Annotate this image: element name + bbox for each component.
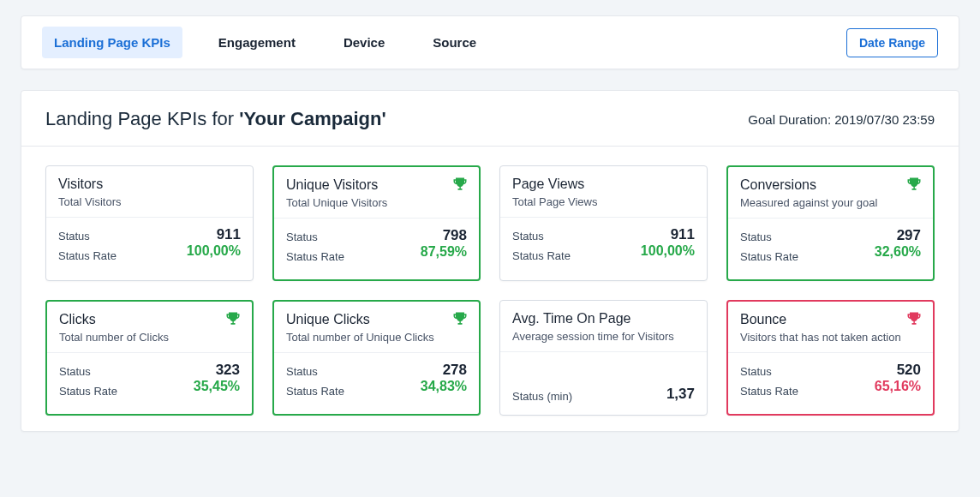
card-bottom: Status (min) 1,37 [500, 352, 707, 415]
value-status-rate: 34,83% [421, 379, 467, 394]
kpi-card-clicks: Clicks Total number of Clicks Status Sta… [45, 300, 254, 416]
panel-header: Landing Page KPIs for 'Your Campaign' Go… [21, 91, 959, 147]
goal-duration-value: 2019/07/30 23:59 [834, 112, 935, 127]
label-status-rate: Status Rate [286, 247, 344, 266]
label-status: Status [740, 227, 798, 247]
value-status: 278 [421, 362, 467, 379]
value-status-rate: 87,59% [421, 244, 467, 260]
card-values: 520 65,16% [875, 362, 921, 402]
label-status-rate: Status Rate [58, 246, 117, 266]
kpi-card-avg-time: Avg. Time On Page Average session time f… [499, 300, 708, 416]
card-subtitle: Measured against your goal [740, 196, 921, 209]
label-status-rate: Status Rate [512, 246, 571, 266]
card-title: Avg. Time On Page [512, 311, 695, 326]
card-top: Bounce Visitors that has not taken actio… [728, 302, 933, 353]
trophy-icon [451, 310, 469, 331]
card-bottom: Status Status Rate 323 35,45% [47, 353, 252, 414]
tab-engagement[interactable]: Engagement [206, 27, 308, 58]
kpi-card-bounce: Bounce Visitors that has not taken actio… [726, 300, 935, 416]
card-subtitle: Total Unique Visitors [286, 196, 467, 209]
card-title: Page Views [512, 177, 695, 192]
value-status: 911 [187, 226, 241, 243]
card-title: Clicks [59, 312, 240, 327]
value-status: 798 [421, 227, 467, 244]
label-status: Status [286, 227, 344, 247]
card-values: 911 100,00% [187, 226, 241, 266]
card-bottom: Status Status Rate 520 65,16% [728, 353, 933, 414]
date-range-button[interactable]: Date Range [846, 28, 938, 57]
card-top: Unique Clicks Total number of Unique Cli… [274, 302, 479, 353]
goal-duration-label: Goal Duration: [748, 112, 834, 127]
panel-title: Landing Page KPIs for 'Your Campaign' [45, 108, 386, 130]
goal-duration: Goal Duration: 2019/07/30 23:59 [748, 112, 935, 127]
card-values: 1,37 [666, 386, 695, 403]
card-subtitle: Visitors that has not taken action [740, 331, 921, 344]
panel-title-prefix: Landing Page KPIs for [45, 108, 239, 129]
value-status-rate: 35,45% [194, 379, 240, 394]
top-tab-bar: Landing Page KPIs Engagement Device Sour… [21, 15, 959, 69]
card-bottom: Status Status Rate 911 100,00% [46, 218, 253, 278]
card-values: 323 35,45% [194, 362, 240, 402]
card-values: 278 34,83% [421, 362, 467, 402]
card-top: Visitors Total Visitors [46, 166, 253, 218]
card-labels: Status Status Rate [740, 362, 798, 402]
label-status-rate: Status Rate [740, 381, 798, 401]
value-status: 323 [194, 362, 240, 379]
label-status: Status [286, 362, 344, 381]
value-status: 911 [641, 226, 695, 243]
label-status: Status [59, 362, 117, 381]
label-status: Status [740, 362, 798, 381]
card-subtitle: Average session time for Visitors [512, 330, 695, 343]
value-status: 520 [875, 362, 921, 379]
card-title: Bounce [740, 312, 921, 327]
label-status-rate: Status Rate [740, 247, 798, 266]
card-title: Unique Visitors [286, 177, 467, 193]
tab-list: Landing Page KPIs Engagement Device Sour… [42, 27, 488, 58]
label-status: Status [58, 226, 117, 246]
trophy-icon [224, 310, 242, 331]
card-subtitle: Total number of Clicks [59, 331, 240, 344]
card-top: Avg. Time On Page Average session time f… [500, 301, 707, 352]
card-top: Clicks Total number of Clicks [47, 302, 252, 353]
kpi-panel: Landing Page KPIs for 'Your Campaign' Go… [21, 90, 959, 432]
card-top: Unique Visitors Total Unique Visitors [274, 167, 479, 219]
card-labels: Status Status Rate [59, 362, 117, 402]
card-bottom: Status Status Rate 297 32,60% [728, 219, 933, 279]
card-top: Page Views Total Page Views [500, 166, 707, 218]
kpi-card-unique-visitors: Unique Visitors Total Unique Visitors St… [272, 165, 481, 281]
label-status-rate: Status Rate [59, 381, 117, 401]
tab-device[interactable]: Device [332, 27, 397, 58]
kpi-card-grid: Visitors Total Visitors Status Status Ra… [21, 147, 959, 416]
kpi-card-page-views: Page Views Total Page Views Status Statu… [499, 165, 708, 281]
panel-title-campaign: 'Your Campaign' [239, 108, 385, 129]
tab-landing-kpis[interactable]: Landing Page KPIs [42, 27, 182, 58]
card-labels: Status Status Rate [58, 226, 117, 266]
trophy-icon [905, 176, 923, 196]
value-status-min: 1,37 [666, 386, 695, 403]
value-status-rate: 32,60% [875, 244, 921, 260]
value-status-rate: 65,16% [875, 379, 921, 394]
label-status-min: Status (min) [512, 390, 572, 403]
kpi-card-unique-clicks: Unique Clicks Total number of Unique Cli… [272, 300, 481, 416]
card-subtitle: Total number of Unique Clicks [286, 331, 467, 344]
trophy-icon [451, 176, 469, 196]
card-subtitle: Total Visitors [58, 195, 241, 208]
card-bottom: Status Status Rate 911 100,00% [500, 218, 707, 278]
trophy-icon [905, 310, 923, 331]
label-status: Status [512, 226, 571, 246]
card-values: 798 87,59% [421, 227, 467, 267]
card-labels: Status Status Rate [512, 226, 571, 266]
card-labels: Status Status Rate [286, 362, 344, 402]
card-labels: Status Status Rate [286, 227, 344, 267]
card-labels: Status Status Rate [740, 227, 798, 267]
kpi-card-visitors: Visitors Total Visitors Status Status Ra… [45, 165, 254, 281]
card-values: 297 32,60% [875, 227, 921, 267]
value-status-rate: 100,00% [641, 243, 695, 259]
label-status-rate: Status Rate [286, 381, 344, 401]
card-subtitle: Total Page Views [512, 195, 695, 208]
card-top: Conversions Measured against your goal [728, 167, 933, 219]
card-bottom: Status Status Rate 798 87,59% [274, 219, 479, 279]
card-title: Visitors [58, 177, 241, 192]
value-status-rate: 100,00% [187, 243, 241, 259]
tab-source[interactable]: Source [421, 27, 488, 58]
